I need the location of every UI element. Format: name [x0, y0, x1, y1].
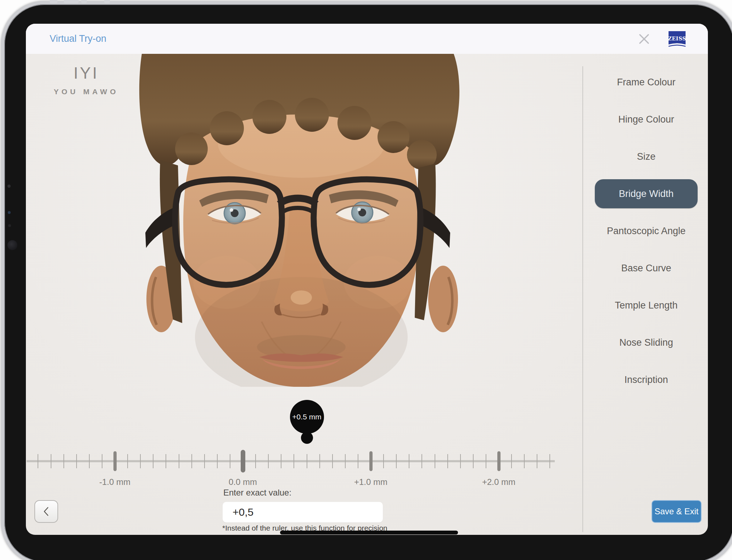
ruler-tick-label: -1.0 mm — [94, 477, 136, 487]
app-screen: Virtual Try-on ZEISS IYI YOU MAWO — [26, 24, 708, 535]
ruler-line — [27, 460, 555, 462]
ruler-tick-minor — [153, 454, 153, 468]
ruler-tick-minor — [89, 454, 90, 468]
ruler-tick-minor — [486, 454, 486, 468]
ruler-tick-minor — [421, 454, 422, 468]
ruler-tick-minor — [345, 454, 346, 468]
ruler-tick-minor — [140, 454, 141, 468]
volume-button — [81, 0, 87, 3]
ruler-tick-minor — [294, 454, 294, 468]
mic-hole — [104, 0, 110, 3]
ruler-tick-label: +1.0 mm — [350, 477, 392, 487]
ruler-marker-value: +0.5 mm — [292, 413, 321, 421]
ruler-marker[interactable]: +0.5 mm — [290, 400, 324, 434]
ruler-tick-major — [369, 451, 373, 471]
ruler-tick-minor — [473, 454, 474, 468]
ruler-tick-minor — [51, 454, 51, 468]
menu-item-temple-length[interactable]: Temple Length — [584, 291, 708, 320]
ruler-tick-minor — [230, 454, 230, 468]
ruler-tick-minor — [537, 454, 537, 468]
ruler-tick-minor — [191, 454, 192, 468]
close-icon — [636, 31, 652, 47]
ruler-tick-minor — [396, 454, 397, 468]
ruler-tick-minor — [447, 454, 448, 468]
ruler-tick-major — [497, 451, 501, 471]
chevron-left-icon — [42, 504, 51, 519]
ruler-tick-minor — [102, 454, 102, 468]
screenshot-stage: Virtual Try-on ZEISS IYI YOU MAWO — [0, 0, 732, 560]
volume-button — [64, 0, 79, 3]
ruler-tick-minor — [166, 454, 166, 468]
ruler-tick-minor — [281, 454, 281, 468]
ruler-tick-minor — [358, 454, 358, 468]
page-title: Virtual Try-on — [50, 24, 106, 54]
save-exit-button[interactable]: Save & Exit — [652, 500, 702, 523]
ruler-tick-minor — [217, 454, 218, 468]
enter-value-label: Enter exact value: — [223, 488, 291, 498]
sensor-dot — [8, 211, 11, 214]
zeiss-logo-text: ZEISS — [669, 35, 686, 41]
menu-item-inscription[interactable]: Inscription — [584, 365, 708, 394]
save-exit-label: Save & Exit — [654, 507, 698, 516]
ruler-tick-minor — [127, 454, 128, 468]
ruler-tick-minor — [524, 454, 525, 468]
front-camera — [7, 240, 17, 250]
menu-item-nose-sliding[interactable]: Nose Sliding — [584, 328, 708, 357]
ruler-tick-minor — [76, 454, 77, 468]
ruler-tick-major — [113, 451, 117, 471]
ruler-tick-minor — [268, 454, 269, 468]
menu-item-bridge-width[interactable]: Bridge Width — [595, 179, 698, 208]
menu-item-base-curve[interactable]: Base Curve — [584, 254, 708, 283]
ruler-tick-minor — [549, 454, 550, 468]
back-button[interactable] — [34, 500, 58, 523]
menu-item-size[interactable]: Size — [584, 142, 708, 171]
ruler-tick-minor — [204, 454, 205, 468]
title-bar: Virtual Try-on ZEISS — [26, 24, 708, 54]
ruler-tick-minor — [383, 454, 384, 468]
sensor-dot — [8, 224, 11, 227]
adjustment-menu: Frame ColourHinge ColourSizeBridge Width… — [584, 68, 708, 394]
ruler-tick-label: +2.0 mm — [477, 477, 520, 487]
ruler-tick-minor — [409, 454, 409, 468]
ruler-tick-minor — [319, 454, 320, 468]
ruler-tick-minor — [511, 454, 512, 468]
exact-value-input[interactable] — [223, 502, 383, 522]
close-button[interactable] — [636, 31, 652, 47]
top-edge-button — [50, 0, 57, 3]
ruler-tick-minor — [332, 454, 333, 468]
ruler-tick-major — [241, 450, 245, 473]
ruler-tick-minor — [307, 454, 307, 468]
home-indicator[interactable] — [280, 531, 458, 534]
menu-item-frame-colour[interactable]: Frame Colour — [584, 68, 708, 97]
zeiss-logo: ZEISS — [669, 31, 686, 47]
menu-item-hinge-colour[interactable]: Hinge Colour — [584, 105, 708, 134]
sensor-dot — [7, 185, 11, 188]
ruler-tick-minor — [63, 454, 64, 468]
face-3d-preview[interactable] — [121, 54, 475, 387]
ruler-tick-minor — [38, 454, 38, 468]
panel-divider — [582, 66, 583, 532]
ruler-tick-label: 0.0 mm — [222, 477, 264, 487]
ruler-tick-minor — [179, 454, 179, 468]
ruler-tick-minor — [460, 454, 461, 468]
menu-item-pantoscopic-angle[interactable]: Pantoscopic Angle — [584, 216, 708, 245]
ruler-tick-minor — [255, 454, 256, 468]
ruler-tick-minor — [435, 454, 435, 468]
